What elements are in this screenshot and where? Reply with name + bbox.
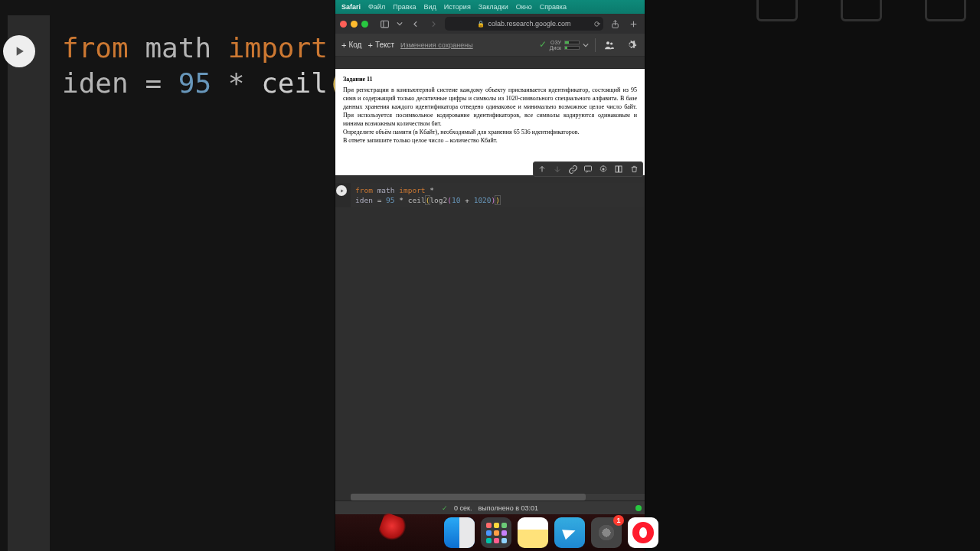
plus-icon: +	[368, 41, 372, 50]
launchpad-app[interactable]	[481, 517, 511, 548]
lock-icon: 🔒	[477, 21, 485, 28]
code-cell-area: from math import * iden = 95 * ceil(log2…	[335, 175, 645, 500]
ram-disk-bars	[564, 41, 580, 50]
cell-settings-icon[interactable]	[598, 164, 609, 174]
add-code-label: Код	[348, 41, 361, 49]
status-bar: ✓ 0 сек. выполнено в 03:01	[335, 500, 645, 514]
add-text-button[interactable]: +Текст	[368, 41, 394, 50]
saved-status[interactable]: Изменения сохранены	[400, 41, 473, 49]
code-cell[interactable]: from math import * iden = 95 * ceil(log2…	[335, 183, 645, 207]
safari-window: Safari Файл Правка Вид История Закладки …	[335, 0, 645, 551]
check-icon: ✓	[539, 42, 547, 47]
chevron-left-icon	[410, 19, 420, 29]
menubar-file[interactable]: Файл	[368, 3, 385, 11]
colab-subheader	[335, 57, 645, 69]
url-text: colab.research.google.com	[488, 20, 570, 28]
chevron-down-icon[interactable]	[583, 42, 589, 48]
opera-icon	[632, 522, 654, 543]
bg-gutter	[8, 15, 50, 551]
task-paragraph-2: Определите объём памяти (в Кбайт), необх…	[343, 128, 637, 136]
chevron-right-icon	[429, 19, 439, 29]
svg-point-5	[606, 41, 609, 44]
share-icon	[610, 19, 620, 29]
menubar-view[interactable]: Вид	[424, 3, 436, 11]
separator	[595, 38, 596, 52]
finder-icon	[444, 517, 475, 548]
task-paragraph-1: При регистрации в компьютерной системе к…	[343, 86, 637, 128]
menubar-history[interactable]: История	[444, 3, 471, 11]
notes-app[interactable]	[518, 517, 548, 548]
share-button[interactable]	[608, 17, 622, 31]
exec-time: 0 сек.	[454, 504, 472, 512]
text-cell-task[interactable]: Задание 11 При регистрации в компьютерно…	[335, 69, 645, 175]
bg-right-icons	[756, 0, 966, 21]
safari-toolbar: 🔒 colab.research.google.com ⟳	[335, 14, 645, 34]
gear-icon	[626, 39, 637, 51]
menubar-window[interactable]: Окно	[516, 3, 532, 11]
add-text-label: Текст	[375, 41, 394, 49]
back-button[interactable]	[408, 17, 422, 31]
status-dot-icon	[635, 505, 642, 511]
link-icon[interactable]	[567, 164, 578, 174]
traffic-lights	[340, 21, 368, 28]
notification-badge: 1	[613, 515, 624, 526]
system-settings-app[interactable]: 1	[591, 517, 622, 548]
share-colab-button[interactable]	[602, 37, 617, 53]
minimize-window-icon[interactable]	[351, 21, 358, 28]
finder-app[interactable]	[444, 517, 475, 548]
run-cell-button[interactable]	[336, 185, 347, 196]
background-right	[645, 0, 980, 551]
add-code-button[interactable]: +Код	[341, 41, 361, 50]
exec-done: выполнено в 03:01	[479, 504, 538, 512]
svg-point-8	[603, 168, 605, 171]
telegram-icon	[562, 526, 577, 540]
mirror-icon[interactable]	[613, 164, 624, 174]
people-icon	[603, 39, 616, 51]
menubar-bookmarks[interactable]: Закладки	[479, 3, 508, 11]
reload-icon[interactable]: ⟳	[594, 20, 600, 28]
svg-rect-10	[619, 166, 622, 172]
plus-icon	[629, 19, 639, 29]
svg-rect-0	[381, 21, 388, 28]
svg-rect-7	[585, 166, 592, 171]
task-paragraph-3: В ответе запишите только целое число – к…	[343, 136, 637, 145]
disk-label: Диск	[550, 45, 561, 51]
horizontal-scrollbar[interactable]	[351, 493, 645, 500]
forward-button[interactable]	[426, 17, 440, 31]
gear-icon	[596, 523, 616, 543]
move-up-icon[interactable]	[537, 164, 547, 174]
svg-rect-9	[616, 166, 619, 172]
opera-app[interactable]	[628, 517, 658, 548]
move-down-icon[interactable]	[552, 164, 563, 174]
resource-indicator[interactable]: ✓ ОЗУ Диск	[539, 40, 589, 51]
plus-icon: +	[341, 41, 346, 50]
macos-menubar: Safari Файл Правка Вид История Закладки …	[335, 0, 645, 14]
close-window-icon[interactable]	[340, 21, 347, 28]
maximize-window-icon[interactable]	[361, 21, 368, 28]
play-icon	[11, 44, 27, 59]
dock: 1	[444, 517, 658, 548]
svg-point-6	[610, 42, 612, 44]
delete-icon[interactable]	[629, 164, 639, 174]
cell-action-bar	[533, 161, 643, 177]
tab-group-dropdown-icon[interactable]	[396, 17, 403, 31]
colab-toolbar: +Код +Текст Изменения сохранены ✓ ОЗУ Ди…	[335, 34, 645, 57]
play-icon	[339, 188, 345, 194]
code-editor[interactable]: from math import * iden = 95 * ceil(log2…	[351, 183, 645, 207]
menubar-help[interactable]: Справка	[540, 3, 567, 11]
telegram-app[interactable]	[554, 517, 585, 548]
settings-button[interactable]	[623, 37, 639, 53]
address-bar[interactable]: 🔒 colab.research.google.com ⟳	[445, 17, 603, 31]
menubar-app[interactable]: Safari	[341, 3, 361, 11]
code-gutter	[335, 183, 351, 207]
run-cell-icon	[3, 35, 35, 67]
check-icon: ✓	[442, 504, 448, 512]
menubar-edit[interactable]: Правка	[393, 3, 416, 11]
comment-icon[interactable]	[583, 164, 593, 174]
new-tab-button[interactable]	[626, 17, 640, 31]
ram-label: ОЗУ	[550, 40, 561, 45]
sidebar-toggle-icon[interactable]	[377, 17, 391, 31]
launchpad-icon	[486, 523, 507, 543]
chevron-down-icon	[397, 21, 403, 27]
desktop-dock-area: 1	[335, 514, 645, 551]
